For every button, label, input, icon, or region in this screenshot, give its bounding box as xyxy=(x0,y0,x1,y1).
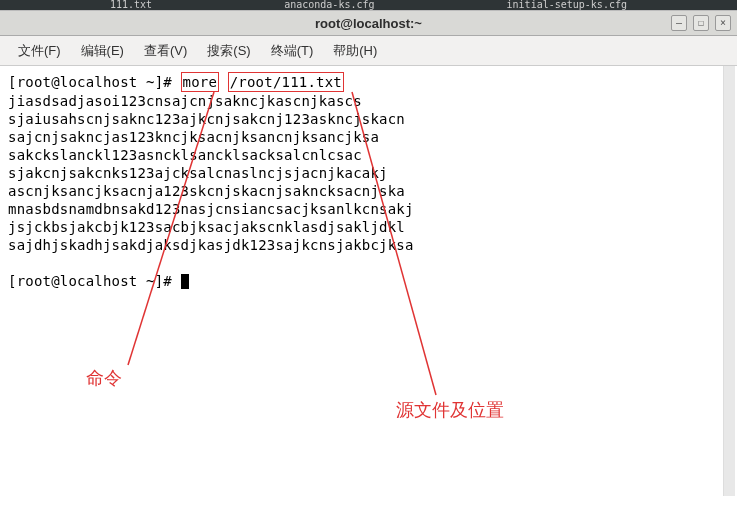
menu-file[interactable]: 文件(F) xyxy=(8,38,71,64)
bg-file-left: 111.txt xyxy=(110,0,152,10)
scrollbar[interactable] xyxy=(723,66,735,496)
menu-search[interactable]: 搜索(S) xyxy=(197,38,260,64)
menu-edit[interactable]: 编辑(E) xyxy=(71,38,134,64)
terminal-body[interactable]: [root@localhost ~]# more /root/111.txt j… xyxy=(0,66,737,505)
cursor xyxy=(181,274,189,289)
prompt-line-2: [root@localhost ~]# xyxy=(8,272,729,290)
bg-file-right: initial-setup-ks.cfg xyxy=(507,0,627,10)
desktop-background-strip: 111.txt anaconda-ks.cfg initial-setup-ks… xyxy=(0,0,737,10)
cmd-more-box: more xyxy=(181,72,220,92)
prompt1: [root@localhost ~]# xyxy=(8,74,181,90)
arg-path-box: /root/111.txt xyxy=(228,72,344,92)
menubar: 文件(F) 编辑(E) 查看(V) 搜索(S) 终端(T) 帮助(H) xyxy=(0,36,737,66)
prompt2: [root@localhost ~]# xyxy=(8,273,181,289)
window-controls: – ☐ × xyxy=(671,15,731,31)
bg-file-center: anaconda-ks.cfg xyxy=(284,0,374,10)
maximize-button[interactable]: ☐ xyxy=(693,15,709,31)
window-title: root@localhost:~ xyxy=(315,16,422,31)
prompt-line-1: [root@localhost ~]# more /root/111.txt xyxy=(8,72,729,92)
output-line: sjakcnjsakcnks123ajcksalcnaslncjsjacnjka… xyxy=(8,164,729,182)
output-line: jsjckbsjakcbjk123sacbjksacjakscnklasdjsa… xyxy=(8,218,729,236)
output-line: sajcnjsakncjas123kncjksacnjksancnjksancj… xyxy=(8,128,729,146)
output-line: sajdhjskadhjsakdjaksdjkasjdk123sajkcnsja… xyxy=(8,236,729,254)
menu-view[interactable]: 查看(V) xyxy=(134,38,197,64)
menu-terminal[interactable]: 终端(T) xyxy=(261,38,324,64)
close-button[interactable]: × xyxy=(715,15,731,31)
output-line: sjaiusahscnjsaknc123ajkcnjsakcnj123asknc… xyxy=(8,110,729,128)
output-line: ascnjksancjksacnja123skcnjskacnjsakncksa… xyxy=(8,182,729,200)
output-line: sakckslanckl123asncklsancklsacksalcnlcsa… xyxy=(8,146,729,164)
blank-line xyxy=(8,254,729,272)
output-line: jiasdsadjasoi123cnsajcnjsakncjkascnjkasc… xyxy=(8,92,729,110)
window-titlebar[interactable]: root@localhost:~ – ☐ × xyxy=(0,10,737,36)
cmd-space xyxy=(219,74,228,90)
output-line: mnasbdsnamdbnsakd123nasjcnsiancsacjksanl… xyxy=(8,200,729,218)
menu-help[interactable]: 帮助(H) xyxy=(323,38,387,64)
minimize-button[interactable]: – xyxy=(671,15,687,31)
